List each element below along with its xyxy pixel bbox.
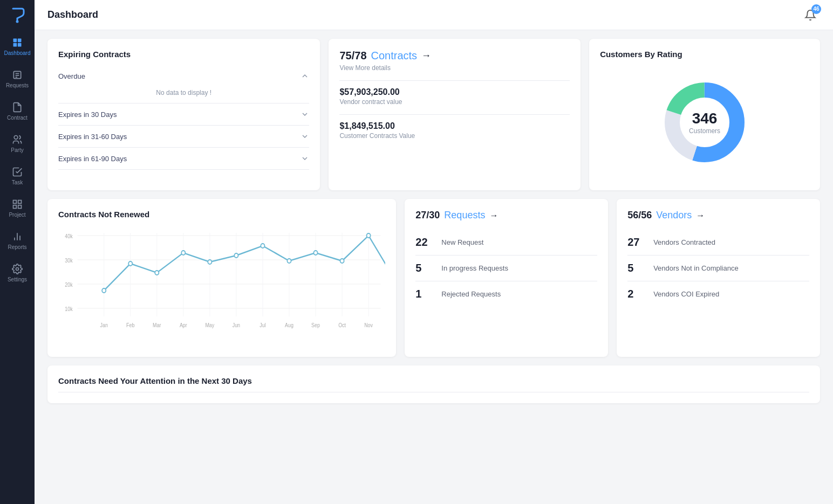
sidebar-item-reports[interactable]: Reports: [0, 224, 35, 257]
contracts-numbers: 75/78 Contracts →: [339, 50, 570, 62]
divider-1: [339, 80, 570, 81]
inprogress-request-number: 5: [415, 262, 433, 274]
donut-wrap: 346 Customers: [656, 74, 753, 171]
svg-text:Feb: Feb: [126, 322, 134, 329]
expiring-contracts-title: Expiring Contracts: [58, 50, 309, 59]
sidebar-item-task[interactable]: Task: [0, 160, 35, 192]
sidebar-item-party[interactable]: Party: [0, 127, 35, 160]
vendors-compliance-number: 5: [627, 262, 645, 274]
accordion-30days: Expires in 30 Days: [58, 103, 309, 126]
accordion-30days-header[interactable]: Expires in 30 Days: [58, 103, 309, 125]
vendors-arrow[interactable]: →: [696, 211, 705, 220]
svg-point-45: [234, 253, 238, 258]
svg-point-48: [313, 251, 317, 255]
vendors-compliance-label: Vendors Not in Compliance: [653, 264, 739, 272]
accordion-overdue-body: No data to display !: [58, 87, 309, 103]
vendors-header: 56/56 Vendors →: [627, 210, 809, 221]
svg-text:30k: 30k: [65, 258, 73, 264]
attention-title: Contracts Need Your Attention in the Nex…: [58, 376, 809, 392]
contracts-overview-card: 75/78 Contracts → View More details $57,…: [329, 39, 581, 190]
sidebar-item-dashboard[interactable]: Dashboard: [0, 30, 35, 63]
accordion-31-60days-header[interactable]: Expires in 31-60 Days: [58, 126, 309, 147]
customer-value-label: Customer Contracts Value: [339, 132, 570, 140]
requests-header: 27/30 Requests →: [415, 210, 597, 221]
sidebar-item-settings[interactable]: Settings: [0, 257, 35, 289]
top-row: Expiring Contracts Overdue No data to di…: [47, 39, 820, 190]
contracts-view-more[interactable]: View More details: [339, 64, 570, 72]
rejected-request-row: 1 Rejected Requests: [415, 281, 597, 307]
chart-area: 40k 30k 20k 10k: [58, 227, 385, 346]
contracts-label: Contracts: [371, 50, 418, 62]
accordion-overdue: Overdue No data to display !: [58, 65, 309, 103]
chart-title: Contracts Not Renewed: [58, 210, 385, 219]
svg-text:Sep: Sep: [311, 322, 320, 329]
svg-point-9: [14, 135, 18, 139]
content-area: Expiring Contracts Overdue No data to di…: [35, 30, 833, 412]
donut-center: 346 Customers: [689, 110, 720, 135]
customer-value-stat: $1,849,515.00 Customer Contracts Value: [339, 121, 570, 140]
svg-text:40k: 40k: [65, 233, 73, 240]
vendor-value: $57,903,250.00: [339, 87, 570, 97]
vendors-fraction: 56/56: [627, 210, 652, 221]
svg-rect-13: [13, 205, 17, 208]
svg-text:Apr: Apr: [180, 322, 187, 329]
expiring-contracts-card: Expiring Contracts Overdue No data to di…: [47, 39, 320, 190]
svg-point-46: [261, 244, 264, 248]
svg-rect-4: [18, 43, 22, 46]
contracts-arrow[interactable]: →: [421, 50, 431, 61]
svg-text:Aug: Aug: [285, 322, 293, 329]
vendors-coi-number: 2: [627, 288, 645, 300]
requests-arrow[interactable]: →: [489, 211, 498, 220]
notification-badge: 46: [811, 4, 821, 14]
svg-point-0: [16, 20, 19, 23]
accordion-61-90days-header[interactable]: Expires in 61-90 Days: [58, 148, 309, 169]
sidebar-item-project[interactable]: Project: [0, 192, 35, 224]
accordion-overdue-header[interactable]: Overdue: [58, 65, 309, 87]
inprogress-request-row: 5 In progress Requests: [415, 256, 597, 281]
svg-text:Jul: Jul: [260, 322, 265, 329]
svg-rect-3: [13, 43, 17, 46]
page-title: Dashboard: [47, 9, 98, 20]
requests-label: Requests: [444, 210, 485, 221]
divider-2: [339, 114, 570, 115]
new-request-number: 22: [415, 236, 433, 248]
sidebar-item-contract[interactable]: Contract: [0, 95, 35, 127]
svg-rect-11: [18, 200, 22, 203]
contracts-not-renewed-card: Contracts Not Renewed 40k 30k 20k 10k: [47, 199, 396, 357]
svg-rect-10: [13, 200, 17, 203]
svg-point-50: [367, 233, 371, 238]
customers-title: Customers By Rating: [600, 50, 809, 59]
svg-text:Nov: Nov: [364, 322, 373, 329]
svg-rect-12: [18, 205, 22, 208]
svg-text:Jun: Jun: [233, 322, 240, 329]
vendors-coi-label: Vendors COI Expired: [653, 290, 719, 298]
notification-button[interactable]: 46: [801, 5, 820, 25]
vendors-contracted-number: 27: [627, 236, 645, 248]
sidebar-item-requests[interactable]: Requests: [0, 63, 35, 95]
customers-by-rating-card: Customers By Rating 346: [589, 39, 820, 190]
requests-panel-card: 27/30 Requests → 22 New Request 5 In pro…: [405, 199, 608, 357]
vendors-compliance-row: 5 Vendors Not in Compliance: [627, 256, 809, 281]
new-request-row: 22 New Request: [415, 230, 597, 256]
svg-point-43: [181, 251, 185, 255]
svg-point-17: [16, 267, 19, 270]
vendors-contracted-label: Vendors Contracted: [653, 238, 715, 246]
svg-point-49: [340, 259, 344, 263]
svg-point-47: [287, 259, 291, 263]
rejected-request-label: Rejected Requests: [441, 290, 501, 298]
vendor-value-label: Vendor contract value: [339, 98, 570, 106]
contracts-stat: 75/78 Contracts → View More details: [339, 50, 570, 72]
rejected-request-number: 1: [415, 288, 433, 300]
svg-rect-1: [13, 38, 17, 42]
svg-text:20k: 20k: [65, 282, 73, 288]
svg-text:10k: 10k: [65, 306, 73, 313]
donut-container: 346 Customers: [600, 65, 809, 179]
svg-text:May: May: [205, 322, 214, 329]
svg-text:Mar: Mar: [153, 322, 161, 329]
svg-point-40: [102, 288, 106, 293]
svg-text:Oct: Oct: [338, 322, 346, 329]
app-logo: [0, 0, 35, 30]
donut-sub: Customers: [689, 127, 720, 135]
contracts-fraction: 75/78: [339, 50, 366, 62]
sidebar: Dashboard Requests Contract Party: [0, 0, 35, 504]
